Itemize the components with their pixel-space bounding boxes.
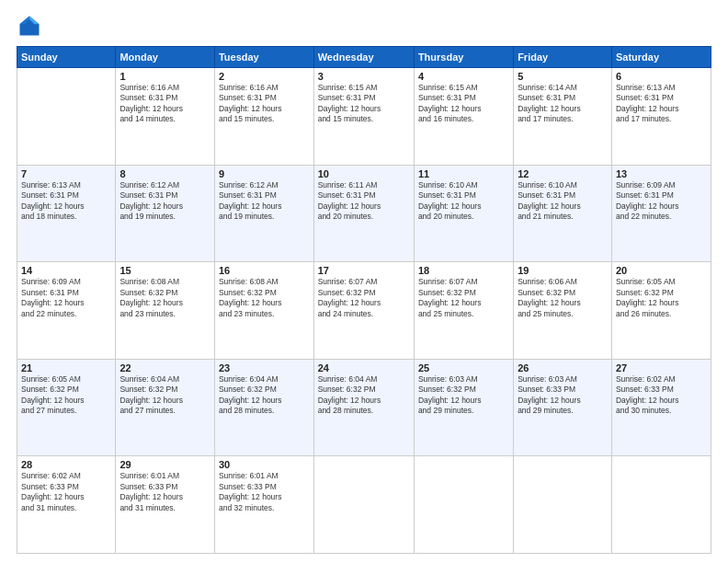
day-detail: Sunrise: 6:04 AM Sunset: 6:32 PM Dayligh… [119, 374, 210, 417]
calendar-cell: 21Sunrise: 6:05 AM Sunset: 6:32 PM Dayli… [17, 359, 116, 456]
calendar-cell: 25Sunrise: 6:03 AM Sunset: 6:32 PM Dayli… [414, 359, 513, 456]
day-number: 6 [616, 71, 707, 82]
calendar-cell: 27Sunrise: 6:02 AM Sunset: 6:33 PM Dayli… [611, 359, 711, 456]
day-number: 26 [518, 362, 608, 373]
calendar-cell: 23Sunrise: 6:04 AM Sunset: 6:32 PM Dayli… [214, 359, 313, 456]
day-detail: Sunrise: 6:03 AM Sunset: 6:33 PM Dayligh… [518, 374, 608, 417]
day-number: 13 [616, 168, 707, 179]
day-number: 23 [219, 362, 310, 373]
day-number: 24 [318, 362, 410, 373]
calendar-cell [313, 456, 414, 554]
day-detail: Sunrise: 6:16 AM Sunset: 6:31 PM Dayligh… [119, 83, 210, 125]
day-detail: Sunrise: 6:07 AM Sunset: 6:32 PM Dayligh… [418, 277, 509, 319]
day-detail: Sunrise: 6:08 AM Sunset: 6:32 PM Dayligh… [219, 277, 310, 319]
calendar-cell [414, 456, 513, 554]
calendar-cell [514, 456, 612, 554]
day-detail: Sunrise: 6:01 AM Sunset: 6:33 PM Dayligh… [119, 471, 210, 513]
header-row: SundayMondayTuesdayWednesdayThursdayFrid… [17, 47, 711, 68]
calendar-cell: 9Sunrise: 6:12 AM Sunset: 6:31 PM Daylig… [214, 165, 313, 262]
day-detail: Sunrise: 6:07 AM Sunset: 6:32 PM Dayligh… [318, 277, 410, 319]
header-day-saturday: Saturday [611, 47, 711, 68]
day-number: 29 [119, 459, 210, 470]
day-number: 12 [518, 168, 608, 179]
day-detail: Sunrise: 6:13 AM Sunset: 6:31 PM Dayligh… [21, 180, 111, 223]
calendar-cell: 22Sunrise: 6:04 AM Sunset: 6:32 PM Dayli… [116, 359, 215, 456]
calendar-cell: 1Sunrise: 6:16 AM Sunset: 6:31 PM Daylig… [116, 68, 215, 166]
calendar-cell: 15Sunrise: 6:08 AM Sunset: 6:32 PM Dayli… [116, 262, 215, 360]
calendar-cell: 8Sunrise: 6:12 AM Sunset: 6:31 PM Daylig… [116, 165, 215, 262]
calendar-cell: 20Sunrise: 6:05 AM Sunset: 6:32 PM Dayli… [611, 262, 711, 360]
calendar-cell: 16Sunrise: 6:08 AM Sunset: 6:32 PM Dayli… [214, 262, 313, 360]
day-detail: Sunrise: 6:12 AM Sunset: 6:31 PM Dayligh… [119, 180, 210, 223]
header-day-tuesday: Tuesday [214, 47, 313, 68]
header-day-sunday: Sunday [17, 47, 116, 68]
day-detail: Sunrise: 6:11 AM Sunset: 6:31 PM Dayligh… [318, 180, 410, 223]
day-number: 14 [21, 265, 111, 276]
day-number: 19 [518, 265, 608, 276]
header-day-wednesday: Wednesday [313, 47, 414, 68]
calendar-cell: 29Sunrise: 6:01 AM Sunset: 6:33 PM Dayli… [116, 456, 215, 554]
calendar-cell [611, 456, 711, 554]
calendar-cell [17, 68, 116, 166]
page: SundayMondayTuesdayWednesdayThursdayFrid… [0, 0, 728, 563]
calendar-cell: 13Sunrise: 6:09 AM Sunset: 6:31 PM Dayli… [611, 165, 711, 262]
calendar-cell: 14Sunrise: 6:09 AM Sunset: 6:31 PM Dayli… [17, 262, 116, 360]
day-number: 1 [119, 71, 210, 82]
week-row-5: 28Sunrise: 6:02 AM Sunset: 6:33 PM Dayli… [17, 456, 711, 554]
week-row-3: 14Sunrise: 6:09 AM Sunset: 6:31 PM Dayli… [17, 262, 711, 360]
calendar-cell: 10Sunrise: 6:11 AM Sunset: 6:31 PM Dayli… [313, 165, 414, 262]
header-day-thursday: Thursday [414, 47, 513, 68]
day-number: 28 [21, 459, 111, 470]
day-number: 10 [318, 168, 410, 179]
day-detail: Sunrise: 6:13 AM Sunset: 6:31 PM Dayligh… [616, 83, 707, 125]
calendar-cell: 19Sunrise: 6:06 AM Sunset: 6:32 PM Dayli… [514, 262, 612, 360]
day-detail: Sunrise: 6:14 AM Sunset: 6:31 PM Dayligh… [518, 83, 608, 125]
calendar-table: SundayMondayTuesdayWednesdayThursdayFrid… [17, 46, 711, 554]
calendar-cell: 28Sunrise: 6:02 AM Sunset: 6:33 PM Dayli… [17, 456, 116, 554]
day-number: 3 [318, 71, 410, 82]
day-number: 2 [219, 71, 310, 82]
calendar-cell: 30Sunrise: 6:01 AM Sunset: 6:33 PM Dayli… [214, 456, 313, 554]
day-number: 17 [318, 265, 410, 276]
calendar-cell: 3Sunrise: 6:15 AM Sunset: 6:31 PM Daylig… [313, 68, 414, 166]
week-row-4: 21Sunrise: 6:05 AM Sunset: 6:32 PM Dayli… [17, 359, 711, 456]
day-number: 7 [21, 168, 111, 179]
day-detail: Sunrise: 6:10 AM Sunset: 6:31 PM Dayligh… [518, 180, 608, 223]
day-number: 5 [518, 71, 608, 82]
day-number: 11 [418, 168, 509, 179]
day-detail: Sunrise: 6:10 AM Sunset: 6:31 PM Dayligh… [418, 180, 509, 223]
header [17, 13, 711, 39]
calendar-cell: 17Sunrise: 6:07 AM Sunset: 6:32 PM Dayli… [313, 262, 414, 360]
day-detail: Sunrise: 6:15 AM Sunset: 6:31 PM Dayligh… [418, 83, 509, 125]
day-number: 21 [21, 362, 111, 373]
calendar-cell: 2Sunrise: 6:16 AM Sunset: 6:31 PM Daylig… [214, 68, 313, 166]
day-detail: Sunrise: 6:08 AM Sunset: 6:32 PM Dayligh… [119, 277, 210, 319]
day-detail: Sunrise: 6:16 AM Sunset: 6:31 PM Dayligh… [219, 83, 310, 125]
day-detail: Sunrise: 6:06 AM Sunset: 6:32 PM Dayligh… [518, 277, 608, 319]
day-detail: Sunrise: 6:03 AM Sunset: 6:32 PM Dayligh… [418, 374, 509, 417]
calendar-cell: 11Sunrise: 6:10 AM Sunset: 6:31 PM Dayli… [414, 165, 513, 262]
calendar-cell: 26Sunrise: 6:03 AM Sunset: 6:33 PM Dayli… [514, 359, 612, 456]
logo [17, 13, 46, 39]
day-number: 27 [616, 362, 707, 373]
week-row-1: 1Sunrise: 6:16 AM Sunset: 6:31 PM Daylig… [17, 68, 711, 166]
day-number: 20 [616, 265, 707, 276]
day-detail: Sunrise: 6:04 AM Sunset: 6:32 PM Dayligh… [318, 374, 410, 417]
day-number: 25 [418, 362, 509, 373]
day-detail: Sunrise: 6:02 AM Sunset: 6:33 PM Dayligh… [616, 374, 707, 417]
calendar-cell: 12Sunrise: 6:10 AM Sunset: 6:31 PM Dayli… [514, 165, 612, 262]
day-detail: Sunrise: 6:02 AM Sunset: 6:33 PM Dayligh… [21, 471, 111, 513]
calendar-cell: 24Sunrise: 6:04 AM Sunset: 6:32 PM Dayli… [313, 359, 414, 456]
day-number: 16 [219, 265, 310, 276]
day-detail: Sunrise: 6:09 AM Sunset: 6:31 PM Dayligh… [616, 180, 707, 223]
calendar-cell: 4Sunrise: 6:15 AM Sunset: 6:31 PM Daylig… [414, 68, 513, 166]
day-number: 22 [119, 362, 210, 373]
header-day-friday: Friday [514, 47, 612, 68]
logo-icon [17, 13, 42, 39]
day-number: 18 [418, 265, 509, 276]
day-detail: Sunrise: 6:05 AM Sunset: 6:32 PM Dayligh… [616, 277, 707, 319]
calendar-cell: 5Sunrise: 6:14 AM Sunset: 6:31 PM Daylig… [514, 68, 612, 166]
day-number: 8 [119, 168, 210, 179]
calendar-cell: 18Sunrise: 6:07 AM Sunset: 6:32 PM Dayli… [414, 262, 513, 360]
day-number: 9 [219, 168, 310, 179]
